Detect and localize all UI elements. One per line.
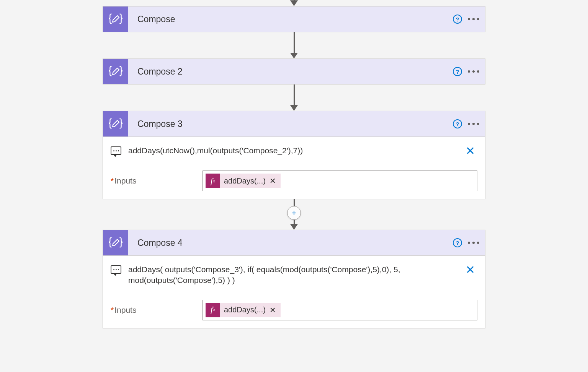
action-header[interactable]: Compose 3 ?	[103, 111, 485, 136]
action-menu-button[interactable]	[467, 62, 485, 81]
action-header[interactable]: Compose 2 ?	[103, 59, 485, 84]
action-title: Compose 3	[128, 119, 448, 129]
help-icon: ?	[453, 119, 462, 128]
action-menu-button[interactable]	[467, 10, 485, 28]
inputs-label: *Inputs	[111, 305, 203, 315]
action-card-compose-2: Compose 2 ?	[103, 58, 485, 84]
ellipsis-icon	[468, 18, 484, 20]
action-body: addDays(utcNow(),mul(outputs('Compose_2'…	[103, 136, 485, 199]
compose-icon	[103, 6, 128, 32]
connector-with-add: +	[287, 199, 301, 230]
ellipsis-icon	[468, 123, 484, 125]
compose-icon	[103, 111, 128, 136]
expression-token[interactable]: fx addDays(...) ✕	[206, 303, 281, 317]
required-star: *	[111, 176, 114, 185]
braces-edit-icon	[109, 236, 122, 250]
inputs-field[interactable]: fx addDays(...) ✕	[203, 171, 477, 191]
action-header[interactable]: Compose ?	[103, 6, 485, 32]
action-title: Compose	[128, 14, 448, 24]
fx-icon: fx	[206, 174, 220, 188]
fx-icon: fx	[206, 303, 220, 317]
braces-edit-icon	[109, 12, 122, 26]
close-peek-button[interactable]: ✕	[463, 264, 477, 276]
compose-icon	[103, 59, 128, 84]
ellipsis-icon	[468, 242, 484, 244]
peek-row: addDays(utcNow(),mul(outputs('Compose_2'…	[111, 145, 477, 157]
action-menu-button[interactable]	[467, 115, 485, 133]
help-button[interactable]: ?	[448, 10, 467, 28]
token-remove-button[interactable]: ✕	[270, 305, 276, 315]
flow-canvas: Compose ? Compose 2 ?	[0, 0, 588, 372]
help-icon: ?	[453, 238, 462, 247]
inputs-field[interactable]: fx addDays(...) ✕	[203, 300, 477, 320]
braces-edit-icon	[109, 65, 122, 78]
help-button[interactable]: ?	[448, 115, 467, 133]
action-card-compose-4: Compose 4 ? addDays( outputs('Compose_3'…	[103, 230, 485, 328]
token-remove-button[interactable]: ✕	[270, 176, 276, 185]
action-title: Compose 4	[128, 238, 448, 248]
expression-token[interactable]: fx addDays(...) ✕	[206, 174, 281, 188]
help-button[interactable]: ?	[448, 234, 467, 252]
peek-text: addDays( outputs('Compose_3'), if( equal…	[128, 264, 456, 286]
inputs-row: *Inputs fx addDays(...) ✕	[111, 171, 477, 191]
peek-row: addDays( outputs('Compose_3'), if( equal…	[111, 264, 477, 286]
inputs-label: *Inputs	[111, 176, 203, 185]
action-card-compose-3: Compose 3 ? addDays(utcNow(),mul(outputs…	[103, 111, 485, 199]
token-label: addDays(...)	[220, 177, 270, 185]
inputs-label-text: Inputs	[114, 305, 136, 314]
action-menu-button[interactable]	[467, 234, 485, 252]
braces-edit-icon	[109, 117, 122, 131]
peek-text: addDays(utcNow(),mul(outputs('Compose_2'…	[128, 145, 456, 156]
comment-icon	[111, 265, 121, 274]
help-icon: ?	[453, 67, 462, 76]
connector-top	[290, 0, 298, 6]
token-label: addDays(...)	[220, 305, 270, 314]
help-icon: ?	[453, 15, 462, 24]
action-card-compose: Compose ?	[103, 6, 485, 32]
connector[interactable]	[290, 84, 298, 111]
required-star: *	[111, 305, 114, 314]
compose-icon	[103, 230, 128, 255]
action-title: Compose 2	[128, 67, 448, 77]
divider	[103, 136, 485, 137]
inputs-label-text: Inputs	[114, 176, 136, 185]
help-button[interactable]: ?	[448, 62, 467, 81]
action-header[interactable]: Compose 4 ?	[103, 230, 485, 255]
connector[interactable]	[290, 32, 298, 58]
add-step-button[interactable]: +	[287, 206, 301, 220]
divider	[103, 255, 485, 256]
action-body: addDays( outputs('Compose_3'), if( equal…	[103, 255, 485, 328]
inputs-row: *Inputs fx addDays(...) ✕	[111, 300, 477, 320]
ellipsis-icon	[468, 70, 484, 73]
close-peek-button[interactable]: ✕	[463, 145, 477, 157]
comment-icon	[111, 146, 121, 155]
